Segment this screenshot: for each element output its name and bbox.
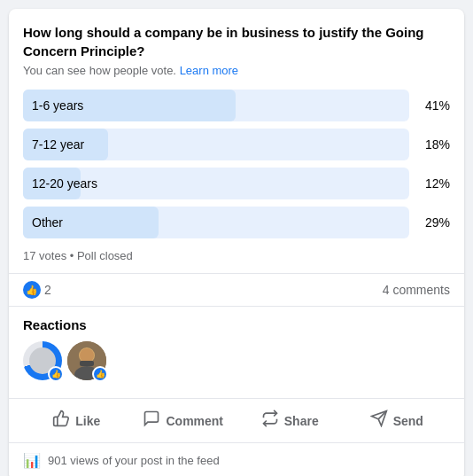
poll-option-label-1: 7-12 year <box>32 137 84 152</box>
post-card: How long should a company be in business… <box>9 9 464 476</box>
votes-count[interactable]: 17 votes <box>23 249 66 262</box>
comment-label: Comment <box>166 414 223 428</box>
like-reaction-icon: 👍 <box>23 281 41 299</box>
reactions-left: 👍 2 <box>23 281 51 299</box>
like-button[interactable]: Like <box>23 402 130 439</box>
poll-option-1[interactable]: 7-12 year18% <box>23 129 450 160</box>
poll-closed-label: Poll closed <box>77 249 133 262</box>
svg-point-3 <box>80 348 94 363</box>
poll-option-label-3: Other <box>32 215 63 230</box>
comments-count[interactable]: 4 comments <box>383 283 450 297</box>
avatar-2-badge: 👍 <box>92 366 108 382</box>
comment-icon <box>143 410 160 432</box>
share-icon <box>261 410 279 432</box>
poll-subtitle: You can see how people vote. Learn more <box>23 64 450 77</box>
poll-option-0[interactable]: 1-6 years41% <box>23 90 450 121</box>
poll-options: 1-6 years41%7-12 year18%12-20 years12%Ot… <box>23 90 450 238</box>
poll-status: • <box>70 249 77 262</box>
send-icon <box>370 410 388 432</box>
send-label: Send <box>393 414 423 428</box>
avatar-2-wrap[interactable]: 👍 <box>67 341 106 380</box>
poll-option-percent-3: 29% <box>418 215 450 230</box>
views-text: 901 views of your post in the feed <box>48 454 220 467</box>
like-label: Like <box>75 414 100 428</box>
share-label: Share <box>284 414 319 428</box>
avatars-row: 👍 👍 <box>23 341 450 380</box>
avatar-1-wrap[interactable]: 👍 <box>23 341 62 380</box>
poll-option-percent-2: 12% <box>418 176 450 191</box>
poll-footer: 17 votes • Poll closed <box>23 249 450 262</box>
poll-option-percent-1: 18% <box>418 137 450 152</box>
poll-option-label-2: 12-20 years <box>32 176 97 191</box>
reactions-summary-row: 👍 2 4 comments <box>23 274 450 306</box>
svg-rect-4 <box>80 361 94 366</box>
learn-more-link[interactable]: Learn more <box>180 64 238 77</box>
avatar-1-badge: 👍 <box>48 366 64 382</box>
share-button[interactable]: Share <box>237 402 344 439</box>
reactions-section: Reactions 👍 <box>23 307 450 398</box>
subtitle-text: You can see how people vote. <box>23 64 176 77</box>
poll-option-2[interactable]: 12-20 years12% <box>23 168 450 199</box>
reactions-title: Reactions <box>23 317 450 332</box>
poll-option-percent-0: 41% <box>418 98 450 113</box>
send-button[interactable]: Send <box>344 402 451 439</box>
reaction-count[interactable]: 2 <box>44 283 51 297</box>
poll-option-3[interactable]: Other29% <box>23 207 450 238</box>
poll-option-label-0: 1-6 years <box>32 98 83 113</box>
views-row: 📊 901 views of your post in the feed <box>23 443 450 476</box>
views-icon: 📊 <box>23 452 41 469</box>
action-bar: LikeCommentShareSend <box>23 399 450 442</box>
poll-question: How long should a company be in business… <box>23 23 450 60</box>
comment-button[interactable]: Comment <box>130 402 237 439</box>
like-icon <box>52 410 70 432</box>
